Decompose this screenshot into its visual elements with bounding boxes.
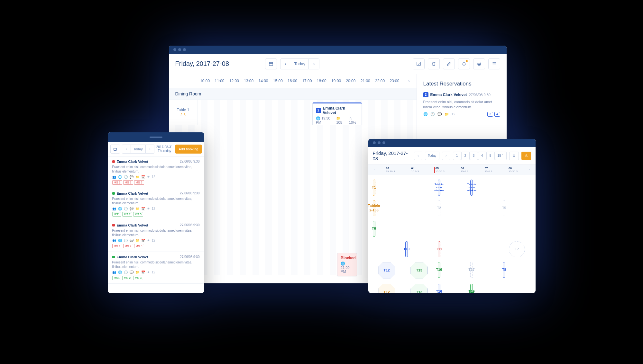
time-col: 20:00 xyxy=(344,74,358,88)
mob-today[interactable]: Today xyxy=(131,145,146,154)
folder-icon: 📁 xyxy=(445,112,449,116)
table-t16[interactable]: T16 xyxy=(438,262,440,278)
floor-hour: 0315303 xyxy=(385,167,396,173)
res-tag: 3 xyxy=(487,112,493,117)
mobile-list[interactable]: Emma Clark Velvet27/06/08 9:30Praesent e… xyxy=(108,156,204,293)
table-t16[interactable]: T16 xyxy=(438,284,440,293)
calendar-button[interactable] xyxy=(265,58,277,69)
scroll-right[interactable]: › xyxy=(402,74,416,88)
fl-prev[interactable]: ‹ xyxy=(414,152,422,160)
table-tablein-2-158[interactable]: Tablein 2-158 xyxy=(373,200,375,216)
table-t12[interactable]: T12 xyxy=(378,284,395,293)
mob-calendar-button[interactable] xyxy=(110,145,120,154)
add-booking-button[interactable]: Add booking xyxy=(175,145,201,154)
guest-name: Emma Clark Velevet xyxy=(430,93,467,97)
floor-header: Friday, 2017-27-08 ‹ Today › 1234515 ˅ xyxy=(368,147,536,165)
svg-point-9 xyxy=(514,156,515,157)
table-tablein-2-158-window[interactable]: Tablein 2-158 window xyxy=(438,180,440,196)
table-t12[interactable]: T12 xyxy=(378,262,395,279)
res-date: 27/06/08 9:30 xyxy=(469,93,491,97)
mob-next[interactable]: › xyxy=(145,145,154,154)
today-button[interactable]: Today xyxy=(291,58,309,69)
res-icons: 🌐🕐💬📁12 34 xyxy=(423,112,500,117)
sidebar-title: Latest Reservations xyxy=(423,81,500,87)
header: Friday, 2017-27-08 ‹ Today › xyxy=(169,54,507,74)
table-t10[interactable]: T10 xyxy=(405,241,408,257)
titlebar xyxy=(368,139,536,147)
page-button[interactable]: 5 xyxy=(486,152,495,160)
table-t19[interactable]: T19 xyxy=(470,284,473,293)
calendar-icon xyxy=(113,147,117,151)
floor-hour: 0815303 xyxy=(508,167,519,173)
page-button[interactable]: 3 xyxy=(470,152,478,160)
time-col: 12:00 xyxy=(227,74,241,88)
page-button[interactable]: 1 xyxy=(453,152,461,160)
mobile-item[interactable]: Emma Clark Velvet27/06/08 9:30Praesent e… xyxy=(108,220,204,252)
time-col: 15:00 xyxy=(271,74,285,88)
mobile-item[interactable]: Emma Clark Velvet27/06/08 9:30Praesent e… xyxy=(108,156,204,188)
floor-hour: 061503 xyxy=(460,167,469,173)
globe-icon: 🌐 xyxy=(423,112,428,116)
table-t6[interactable]: T6 xyxy=(373,221,375,237)
svg-point-6 xyxy=(513,155,513,155)
svg-rect-5 xyxy=(114,148,116,150)
fl-today[interactable]: Today xyxy=(425,152,439,160)
table-t5[interactable]: T5 xyxy=(503,200,505,216)
check-button[interactable] xyxy=(413,58,425,69)
svg-rect-1 xyxy=(417,62,420,66)
view-grid-button[interactable] xyxy=(509,152,519,160)
user-icon xyxy=(524,154,528,158)
fl-next[interactable]: › xyxy=(442,152,450,160)
edit-button[interactable] xyxy=(443,58,455,69)
timeline-row: Table 12-62Emma Clark Velevet🌐 19:30 PM📁… xyxy=(169,100,417,125)
time-col: 10:00 xyxy=(198,74,212,88)
floor-window: Friday, 2017-27-08 ‹ Today › 1234515 ˅ ‹… xyxy=(368,139,536,293)
table-t11[interactable]: T11 xyxy=(438,241,440,257)
time-col: 16:00 xyxy=(285,74,299,88)
page-button[interactable]: 15 ˅ xyxy=(495,152,507,160)
mob-prev[interactable]: ‹ xyxy=(122,145,131,154)
booking-card[interactable]: 2Emma Clark Velevet🌐 19:30 PM📁 105☆ 10% xyxy=(312,102,362,127)
delete-button[interactable] xyxy=(428,58,440,69)
page-button[interactable]: 2 xyxy=(461,152,470,160)
print-button[interactable] xyxy=(473,58,485,69)
time-col: 14:00 xyxy=(256,74,271,88)
room-header: Dining Room xyxy=(169,88,417,100)
table-t17[interactable]: T17 xyxy=(470,262,473,278)
mobile-date: 2017-08-31Thursday xyxy=(156,145,173,153)
chat-icon: 💬 xyxy=(437,112,442,116)
table-tablein-2-158-window[interactable]: Tablein 2-158 window xyxy=(470,180,473,196)
table-t2[interactable]: T2 xyxy=(438,200,440,216)
time-col: 21:00 xyxy=(358,74,372,88)
mobile-top xyxy=(108,132,204,142)
time-col: 23:00 xyxy=(387,74,402,88)
notify-button[interactable] xyxy=(458,58,470,69)
floor-time-ruler: ‹ 03153030415030515303061503071503081530… xyxy=(368,165,536,175)
time-col: 17:00 xyxy=(300,74,314,88)
blocked-card[interactable]: Blocked🌐 21:00 PM xyxy=(337,253,357,276)
next-button[interactable]: › xyxy=(308,58,319,69)
table-t1[interactable]: T1 xyxy=(373,180,375,196)
mobile-header: ‹ Today › 2017-08-31Thursday Add booking xyxy=(108,142,204,156)
time-next[interactable]: › xyxy=(527,168,532,171)
page-button[interactable]: 4 xyxy=(478,152,486,160)
res-text: Praesent enim nisi, commodo sit dolar am… xyxy=(423,99,500,110)
table-t13[interactable]: T13 xyxy=(410,284,428,293)
mobile-item[interactable]: Emma Clark Velvet27/06/08 9:30Praesent e… xyxy=(108,188,204,220)
view-floor-button[interactable] xyxy=(521,152,531,160)
time-prev[interactable]: ‹ xyxy=(372,168,377,171)
list-icon xyxy=(492,61,497,66)
calendar-icon xyxy=(269,61,273,66)
time-header: 10:0011:0012:0013:0014:0015:0016:0017:00… xyxy=(169,74,417,88)
prev-button[interactable]: ‹ xyxy=(280,58,291,69)
reservation-item[interactable]: 2Emma Clark Velevet27/06/08 9:30 Praesen… xyxy=(423,92,500,117)
table-t13[interactable]: T13 xyxy=(410,262,428,279)
bell-icon xyxy=(462,61,466,66)
svg-point-8 xyxy=(513,156,513,157)
table-t8[interactable]: T8 xyxy=(503,262,505,278)
svg-point-10 xyxy=(526,155,527,156)
mobile-item[interactable]: Emma Clark Velvet27/06/08 9:30Praesent e… xyxy=(108,252,204,284)
list-button[interactable] xyxy=(488,58,500,69)
time-col: 11:00 xyxy=(212,74,227,88)
table-t7[interactable]: T7 xyxy=(509,241,525,257)
